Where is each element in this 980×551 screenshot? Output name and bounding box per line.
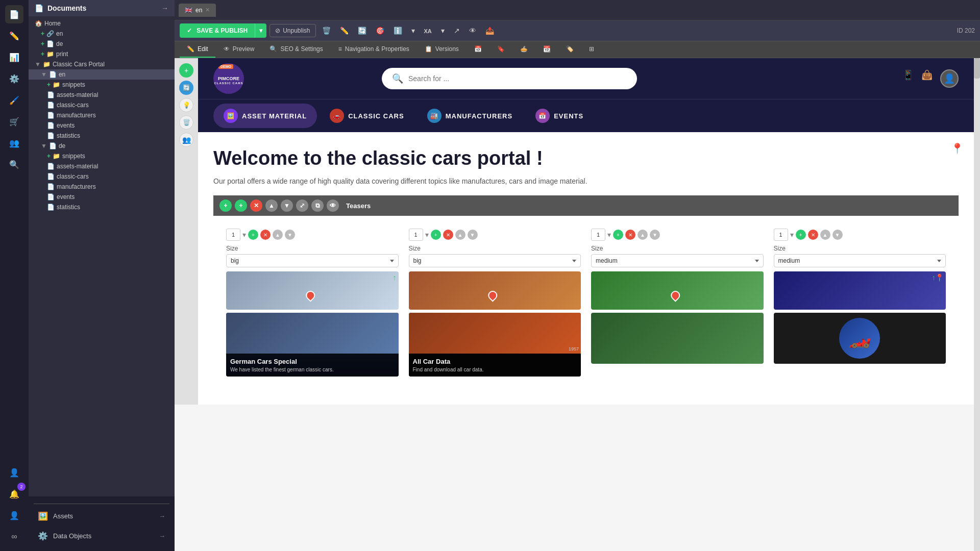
nav-item-classic-cars[interactable]: 🚗 CLASSIC CARS: [320, 104, 414, 128]
teaser-up-button[interactable]: ▲: [265, 199, 278, 212]
tree-item-assets-material-de[interactable]: 📄 assets-material: [29, 161, 175, 171]
teaser-copy-button[interactable]: ⧉: [311, 199, 324, 212]
teaser-add-btn-4[interactable]: +: [796, 230, 806, 240]
teaser-del-btn-4[interactable]: ✕: [808, 230, 818, 240]
content-scrollbar[interactable]: [974, 58, 980, 551]
tree-item-classic-cars-en[interactable]: 📄 classic-cars: [29, 100, 175, 110]
teaser-down-button[interactable]: ▼: [281, 199, 293, 212]
tree-item-ccp-de[interactable]: ▼ 📄 de: [29, 141, 175, 151]
translate-button[interactable]: XA: [421, 24, 435, 37]
infinity-button[interactable]: ∞: [5, 528, 23, 546]
trash-block-button[interactable]: 🗑️: [179, 115, 193, 130]
tree-item-events-en[interactable]: 📄 events: [29, 120, 175, 131]
tab-tag[interactable]: 🏷️: [559, 41, 581, 58]
delete-button[interactable]: 🗑️: [319, 24, 334, 37]
tree-item-snippets-de[interactable]: + 📁 snippets: [29, 151, 175, 161]
search-nav-button[interactable]: 🔍: [5, 155, 23, 173]
tab-versions[interactable]: 📋 Versions: [418, 41, 466, 58]
assets-nav-item[interactable]: 🖼️ Assets →: [34, 506, 169, 526]
teaser-up-btn-3[interactable]: ▲: [638, 230, 648, 240]
tree-item-classic-cars-portal[interactable]: ▼ 📁 Classic Cars Portal: [29, 59, 175, 69]
tab-calendar2[interactable]: 📆: [536, 41, 558, 58]
tab-bookmark[interactable]: 🔖: [490, 41, 512, 58]
ecommerce-nav-button[interactable]: 🛒: [5, 112, 23, 131]
translate-dropdown-button[interactable]: ▾: [438, 24, 448, 37]
size-select-1[interactable]: big medium small: [226, 254, 399, 267]
teaser-down-btn-3[interactable]: ▼: [650, 230, 660, 240]
unpublish-button[interactable]: ⊘ Unpublish: [270, 24, 315, 37]
teaser-add-btn-2[interactable]: +: [431, 230, 441, 240]
teaser-hide-button[interactable]: 👁: [327, 199, 339, 212]
tab-navigation[interactable]: ≡ Navigation & Properties: [331, 41, 416, 58]
teaser-down-btn-1[interactable]: ▼: [285, 230, 295, 240]
tree-item-snippets-en[interactable]: + 📁 snippets: [29, 80, 175, 90]
preview-search-bar[interactable]: 🔍: [382, 68, 637, 89]
tab-seo[interactable]: 🔍 SEO & Settings: [262, 41, 330, 58]
documents-nav-button[interactable]: 📄: [5, 5, 23, 23]
design-nav-button[interactable]: 🖌️: [5, 91, 23, 109]
nav-item-manufacturers[interactable]: 🏭 MANUFACTURERS: [417, 104, 523, 128]
save-publish-dropdown[interactable]: ▾: [255, 23, 266, 38]
tree-item-statistics-en[interactable]: 📄 statistics: [29, 131, 175, 141]
teaser-del-btn-1[interactable]: ✕: [260, 230, 271, 240]
edit-nav-button[interactable]: ✏️: [5, 27, 23, 45]
reload-button[interactable]: 🔄: [355, 24, 370, 37]
teaser-remove-button[interactable]: ✕: [250, 199, 262, 212]
tree-item-manufacturers-en[interactable]: 📄 manufacturers: [29, 110, 175, 120]
tab-calendar1[interactable]: 📅: [467, 41, 489, 58]
tab-edit[interactable]: ✏️ Edit: [180, 41, 215, 58]
tree-item-de[interactable]: + 📄 de: [29, 39, 175, 49]
notifications-nav-button[interactable]: 🔔2: [5, 485, 23, 503]
target-button[interactable]: 🎯: [373, 24, 387, 37]
size-select-4[interactable]: big medium small: [774, 254, 946, 267]
profile-nav-button[interactable]: 👤: [5, 463, 23, 482]
analytics-nav-button[interactable]: 📊: [5, 48, 23, 66]
teaser-del-btn-3[interactable]: ✕: [625, 230, 635, 240]
teaser-del-btn-2[interactable]: ✕: [443, 230, 453, 240]
info-button[interactable]: ℹ️: [390, 24, 405, 37]
teaser-add-btn-1[interactable]: +: [248, 230, 258, 240]
mobile-icon[interactable]: 📱: [902, 69, 914, 88]
teaser-up-btn-4[interactable]: ▲: [820, 230, 830, 240]
users-nav-button[interactable]: 👥: [5, 134, 23, 152]
tab-en[interactable]: 🇬🇧 en ✕: [179, 4, 216, 17]
preview-button[interactable]: 👁: [466, 24, 479, 37]
panel-expand-icon[interactable]: →: [161, 4, 168, 12]
settings-nav-button[interactable]: ⚙️: [5, 69, 23, 88]
teaser-add2-button[interactable]: +: [235, 199, 247, 212]
teaser-expand-button[interactable]: ⤢: [296, 199, 308, 212]
teaser-down-btn-2[interactable]: ▼: [468, 230, 478, 240]
size-select-2[interactable]: big medium small: [409, 254, 581, 267]
external-link-button[interactable]: ↗: [451, 24, 463, 37]
save-publish-button[interactable]: ✓ SAVE & PUBLISH ▾: [180, 23, 266, 38]
tab-preview[interactable]: 👁 Preview: [216, 41, 262, 58]
scrollbar-thumb[interactable]: [974, 58, 980, 79]
tree-item-ccp-en[interactable]: ▼ 📄 en: [29, 69, 175, 80]
users-block-button[interactable]: 👥: [179, 133, 193, 147]
tree-item-manufacturers-de[interactable]: 📄 manufacturers: [29, 182, 175, 192]
search-input[interactable]: [408, 74, 627, 83]
teaser-up-btn-2[interactable]: ▲: [455, 230, 465, 240]
user-profile-button[interactable]: 👤: [5, 506, 23, 524]
tab-close-button[interactable]: ✕: [205, 7, 210, 13]
info-dropdown-button[interactable]: ▾: [408, 24, 418, 37]
tree-item-print[interactable]: + 📁 print: [29, 49, 175, 59]
user-avatar[interactable]: 👤: [940, 69, 959, 88]
tree-item-classic-cars-de[interactable]: 📄 classic-cars: [29, 171, 175, 182]
tree-item-events-de[interactable]: 📄 events: [29, 192, 175, 202]
edit-button[interactable]: ✏️: [337, 24, 352, 37]
size-select-3[interactable]: big medium small: [591, 254, 764, 267]
teaser-add-button[interactable]: +: [219, 199, 232, 212]
tab-pie[interactable]: 🥧: [513, 41, 535, 58]
share-button[interactable]: 📤: [482, 24, 497, 37]
tree-item-assets-material-en[interactable]: 📄 assets-material: [29, 90, 175, 100]
content-area[interactable]: + 🔄 💡 🗑️ 👥 DEMO PIMCORE: [175, 58, 980, 551]
teaser-up-btn-1[interactable]: ▲: [273, 230, 283, 240]
add-block-button[interactable]: +: [179, 63, 193, 78]
refresh-block-button[interactable]: 🔄: [179, 81, 193, 95]
bag-icon[interactable]: 👜: [921, 69, 933, 88]
tree-item-home[interactable]: 🏠 Home: [29, 18, 175, 29]
nav-item-asset-material[interactable]: 🖼️ ASSET MATERIAL: [213, 104, 317, 128]
nav-item-events[interactable]: 📅 EVENTS: [525, 104, 594, 128]
teaser-down-btn-4[interactable]: ▼: [832, 230, 843, 240]
